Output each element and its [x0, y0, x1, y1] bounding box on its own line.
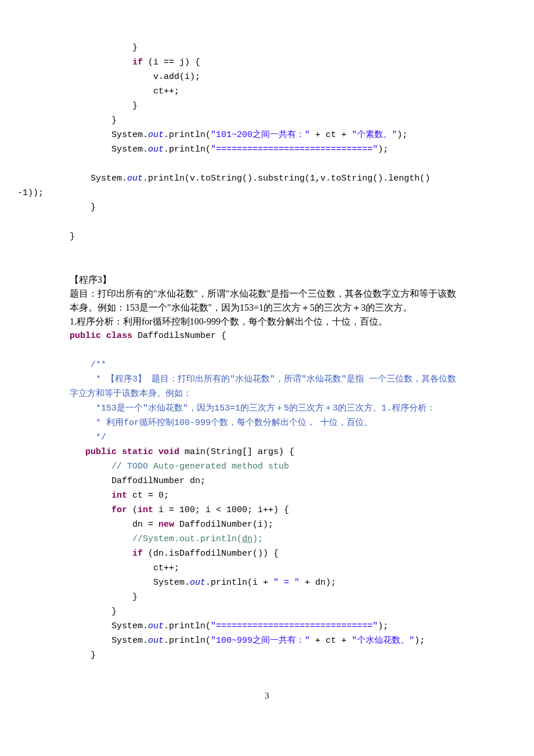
code-line: System.out.println(v.toString().substrin…: [70, 171, 464, 186]
javadoc-line: */: [70, 430, 464, 445]
code-block-2: public class DaffodilsNumber { /** * 【程序…: [70, 329, 464, 663]
analysis-text: 1.程序分析：利用for循环控制100-999个数，每个数分解出个位，十位，百位…: [70, 315, 464, 329]
code-line: v.add(i);: [70, 70, 464, 84]
code-line: }: [70, 41, 464, 55]
code-line: }: [70, 604, 464, 619]
code-line: //System.out.println(dn);: [70, 532, 464, 546]
problem-description: 题目：打印出所有的"水仙花数"，所谓"水仙花数"是指一个三位数，其各位数字立方和…: [70, 287, 464, 315]
code-line: }: [70, 99, 464, 113]
code-line: System.out.println("101~200之间一共有：" + ct …: [70, 128, 464, 142]
code-line: if (dn.isDaffodilNumber()) {: [70, 546, 464, 561]
javadoc-line: /**: [70, 358, 464, 372]
javadoc-line: * 【程序3】 题目：打印出所有的"水仙花数"，所谓"水仙花数"是指 一个三位数…: [17, 372, 464, 401]
code-line: for (int i = 100; i < 1000; i++) {: [70, 503, 464, 517]
code-line: ct++;: [70, 84, 464, 99]
section-heading: 【程序3】: [70, 273, 464, 287]
code-line: // TODO Auto-generated method stub: [70, 459, 464, 474]
code-line: }: [70, 648, 464, 663]
code-line: }: [70, 113, 464, 128]
code-line: }: [70, 229, 464, 244]
code-line: System.out.println("====================…: [70, 142, 464, 157]
code-line: -1));: [17, 186, 464, 200]
code-line: }: [70, 200, 464, 215]
javadoc-line: *153是一个"水仙花数"，因为153=1的三次方＋5的三次方＋3的三次方。1.…: [70, 401, 464, 416]
code-line: int ct = 0;: [70, 488, 464, 503]
code-line: System.out.println(i + " = " + dn);: [70, 575, 464, 590]
code-block-1: } if (i == j) { v.add(i); ct++; } } Syst…: [70, 41, 464, 244]
code-line: dn = new DaffodilNumber(i);: [70, 517, 464, 532]
document-page: } if (i == j) { v.add(i); ct++; } } Syst…: [0, 0, 534, 730]
code-line: if (i == j) {: [70, 55, 464, 70]
code-line: }: [70, 590, 464, 604]
code-line: public static void main(String[] args) {: [70, 445, 464, 459]
code-line: ct++;: [70, 561, 464, 575]
javadoc-line: * 利用for循环控制100-999个数，每个数分解出个位， 十位，百位。: [70, 416, 464, 430]
code-line: public class DaffodilsNumber {: [70, 329, 464, 343]
code-line: System.out.println("====================…: [70, 619, 464, 633]
code-line: DaffodilNumber dn;: [70, 474, 464, 488]
code-line: System.out.println("100~999之间一共有：" + ct …: [70, 633, 464, 648]
page-number: 3: [70, 692, 464, 701]
